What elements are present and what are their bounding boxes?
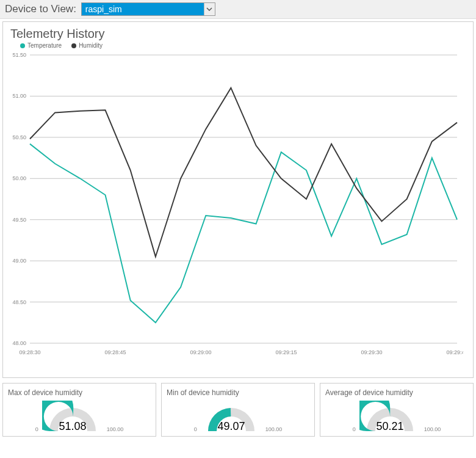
legend-dot-humidity — [71, 43, 76, 48]
svg-text:48.50: 48.50 — [12, 299, 26, 305]
gauge-title: Average of device humidity — [323, 388, 471, 397]
svg-text:50.50: 50.50 — [12, 134, 26, 140]
gauge-arc: 49.07 — [201, 401, 262, 432]
svg-text:09:29:15: 09:29:15 — [275, 349, 297, 355]
gauge-arc: 50.21 — [359, 401, 420, 432]
gauge-max-label: 100.00 — [107, 426, 124, 432]
gauge-max-label: 100.00 — [265, 426, 283, 432]
chevron-down-icon — [204, 3, 215, 15]
legend-item-temperature: Temperature — [20, 42, 62, 49]
gauge-min-humidity: Min of device humidity 0 49.07 100.00 — [161, 383, 315, 437]
svg-text:09:29:00: 09:29:00 — [190, 349, 211, 355]
line-chart: 48.0048.5049.0049.5050.0050.5051.0051.50… — [5, 53, 463, 358]
chart-legend: Temperature Humidity — [3, 42, 473, 53]
telemetry-panel: Telemetry History Temperature Humidity 4… — [2, 21, 474, 378]
legend-label-humidity: Humidity — [79, 42, 103, 49]
svg-text:51.50: 51.50 — [12, 53, 26, 58]
svg-text:09:29:30: 09:29:30 — [361, 349, 382, 355]
svg-text:49.00: 49.00 — [12, 258, 26, 264]
gauge-title: Min of device humidity — [164, 388, 312, 397]
svg-text:51.00: 51.00 — [12, 93, 26, 99]
gauge-min-label: 0 — [353, 426, 356, 432]
legend-item-humidity: Humidity — [71, 42, 103, 49]
chart-area: 48.0048.5049.0049.5050.0050.5051.0051.50… — [5, 53, 467, 358]
svg-text:49.07: 49.07 — [217, 420, 245, 432]
svg-text:51.08: 51.08 — [59, 420, 86, 432]
legend-dot-temperature — [20, 43, 25, 48]
svg-text:09:28:45: 09:28:45 — [104, 349, 126, 355]
gauge-title: Max of device humidity — [5, 388, 153, 397]
gauge-body: 0 50.21 100.00 — [323, 401, 471, 432]
panel-title: Telemetry History — [3, 22, 473, 42]
gauges-row: Max of device humidity 0 51.08 100.00 Mi… — [2, 383, 474, 437]
gauge-body: 0 49.07 100.00 — [164, 401, 312, 432]
svg-text:09:28:30: 09:28:30 — [19, 349, 40, 355]
svg-text:50.21: 50.21 — [376, 420, 403, 432]
gauge-min-label: 0 — [194, 426, 197, 432]
device-select-value: raspi_sim — [82, 3, 204, 15]
device-select[interactable]: raspi_sim — [81, 2, 215, 16]
gauge-max-label: 100.00 — [424, 426, 441, 432]
legend-label-temperature: Temperature — [27, 42, 62, 49]
svg-text:48.00: 48.00 — [12, 340, 26, 346]
gauge-arc: 51.08 — [42, 401, 103, 432]
device-view-label: Device to View: — [5, 3, 76, 15]
gauge-min-label: 0 — [35, 426, 38, 432]
gauge-body: 0 51.08 100.00 — [5, 401, 153, 432]
svg-text:50.00: 50.00 — [12, 175, 26, 181]
header-bar: Device to View: raspi_sim — [0, 0, 476, 19]
svg-text:09:29:45: 09:29:45 — [446, 349, 463, 355]
gauge-avg-humidity: Average of device humidity 0 50.21 100.0… — [320, 383, 474, 437]
gauge-max-humidity: Max of device humidity 0 51.08 100.00 — [2, 383, 156, 437]
svg-text:49.50: 49.50 — [12, 217, 26, 223]
